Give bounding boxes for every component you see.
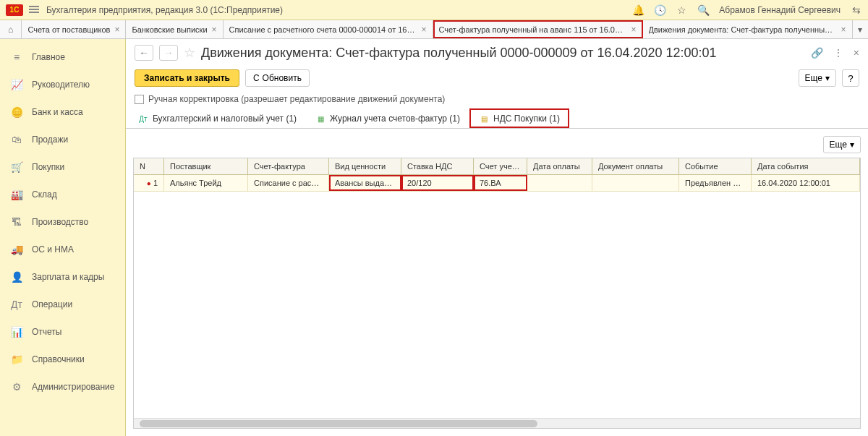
inner-tab-label: НДС Покупки (1) (493, 114, 560, 124)
forward-button[interactable]: → (159, 45, 178, 61)
cell-event: Предъявлен Н... (679, 175, 752, 191)
menu-hamburger-icon[interactable] (29, 4, 41, 16)
more-button[interactable]: Еще▾ (799, 69, 836, 87)
sidebar-item-salary[interactable]: 👤Зарплата и кадры (0, 263, 125, 291)
sidebar-item-label: Производство (32, 217, 88, 227)
sidebar-item-operations[interactable]: ДтОперации (0, 291, 125, 318)
sidebar-item-main[interactable]: ≡Главное (0, 43, 125, 71)
star-icon[interactable]: ☆ (676, 4, 687, 16)
th-paydoc[interactable]: Документ оплаты (592, 158, 679, 174)
cell-paydoc (592, 175, 679, 191)
crane-icon: 🏗 (10, 215, 23, 228)
th-valtype[interactable]: Вид ценности (329, 158, 401, 174)
sidebar-item-sales[interactable]: 🛍Продажи (0, 126, 125, 153)
refresh-icon: С (253, 73, 260, 83)
close-icon[interactable]: × (854, 47, 859, 59)
th-vat[interactable]: Ставка НДС (401, 158, 474, 174)
link-icon[interactable]: 🔗 (811, 47, 823, 59)
inner-tab-accounting[interactable]: ДтБухгалтерский и налоговый учет (1) (129, 108, 306, 128)
close-icon[interactable]: × (212, 25, 217, 35)
tab-content: Еще▾ N Поставщик Счет-фактура Вид ценнос… (126, 129, 868, 436)
close-icon[interactable]: × (841, 25, 846, 35)
th-supplier[interactable]: Поставщик (164, 158, 248, 174)
search-icon[interactable]: 🔍 (697, 4, 709, 16)
sidebar-item-directories[interactable]: 📁Справочники (0, 346, 125, 373)
tab-writeoff[interactable]: Списание с расчетного счета 0000-000014 … (224, 20, 433, 38)
cell-invoice: Списание с расче... (248, 175, 329, 191)
dt-icon: Дт (10, 298, 23, 311)
sidebar-item-label: Склад (32, 189, 57, 200)
cell-n: ● 1 (134, 175, 164, 191)
titlebar-actions: 🔔 🕓 ☆ 🔍 Абрамов Геннадий Сергеевич ⇆ (632, 4, 862, 16)
close-icon[interactable]: × (114, 25, 119, 35)
table-icon: ▦ (315, 114, 326, 124)
save-close-button[interactable]: Записать и закрыть (135, 69, 239, 87)
cell-account: 76.ВА (474, 175, 527, 191)
cell-paydate (527, 175, 592, 191)
cart-icon: 🛒 (10, 161, 23, 174)
tab-suppliers[interactable]: Счета от поставщиков × (22, 20, 126, 38)
table-header: N Поставщик Счет-фактура Вид ценности Ст… (134, 158, 860, 175)
bag-icon: 🛍 (10, 133, 23, 146)
sidebar-item-bank[interactable]: 🪙Банк и касса (0, 98, 125, 126)
manual-correction-checkbox[interactable] (135, 95, 144, 104)
th-account[interactable]: Счет учет... (474, 158, 527, 174)
favorite-button[interactable]: ☆ (184, 45, 195, 61)
tab-label: Движения документа: Счет-фактура получен… (649, 25, 837, 34)
inner-tab-label: Бухгалтерский и налоговый учет (1) (153, 114, 297, 124)
sidebar-item-manager[interactable]: 📈Руководителю (0, 71, 125, 98)
tabs-dropdown[interactable]: ▾ (853, 20, 868, 38)
user-name[interactable]: Абрамов Геннадий Сергеевич (719, 5, 841, 15)
sidebar-item-production[interactable]: 🏗Производство (0, 208, 125, 236)
horizontal-scrollbar[interactable] (134, 418, 860, 428)
sidebar-item-label: Банк и касса (32, 107, 83, 117)
back-button[interactable]: ← (135, 45, 153, 61)
sidebar-item-label: Главное (32, 52, 65, 62)
sidebar-item-warehouse[interactable]: 🏭Склад (0, 181, 125, 208)
th-paydate[interactable]: Дата оплаты (527, 158, 592, 174)
tab-label: Банковские выписки (132, 25, 207, 34)
more-label: Еще (830, 140, 847, 150)
content-actions: Еще▾ (133, 136, 861, 153)
collapse-icon[interactable]: ⇆ (851, 4, 862, 16)
help-button[interactable]: ? (842, 69, 859, 87)
tab-bank-statements[interactable]: Банковские выписки × (126, 20, 223, 38)
inner-tab-vat-purchases[interactable]: ▤НДС Покупки (1) (469, 108, 569, 128)
close-icon[interactable]: × (631, 25, 637, 35)
table-more-button[interactable]: Еще▾ (823, 136, 861, 153)
sidebar-item-purchases[interactable]: 🛒Покупки (0, 153, 125, 181)
th-n[interactable]: N (134, 158, 164, 174)
vat-table: N Поставщик Счет-фактура Вид ценности Ст… (133, 158, 861, 429)
titlebar: 1C Бухгалтерия предприятия, редакция 3.0… (0, 0, 868, 20)
th-event[interactable]: Событие (679, 158, 752, 174)
sidebar-item-label: ОС и НМА (32, 244, 74, 255)
cell-vat: 20/120 (401, 175, 474, 191)
history-icon[interactable]: 🕓 (654, 4, 665, 16)
tab-invoice-advance[interactable]: Счет-фактура полученный на аванс 115 от … (433, 20, 643, 38)
th-invoice[interactable]: Счет-фактура (248, 158, 329, 174)
sidebar-item-label: Справочники (32, 354, 85, 364)
home-tab[interactable]: ⌂ (0, 20, 22, 38)
inner-tab-journal[interactable]: ▦Журнал учета счетов-фактур (1) (306, 108, 469, 128)
sidebar-item-admin[interactable]: ⚙Администрирование (0, 373, 125, 401)
sidebar-item-assets[interactable]: 🚚ОС и НМА (0, 236, 125, 263)
main-area: ← → ☆ Движения документа: Счет-фактура п… (126, 39, 868, 436)
tab-document-movements[interactable]: Движения документа: Счет-фактура получен… (643, 20, 853, 38)
cell-supplier: Альянс Трейд (164, 175, 248, 191)
refresh-button[interactable]: СОбновить (245, 69, 310, 87)
close-icon[interactable]: × (422, 25, 427, 35)
table-row[interactable]: ● 1 Альянс Трейд Списание с расче... Ава… (134, 175, 860, 192)
person-icon: 👤 (10, 270, 23, 283)
sheet-icon: ▤ (479, 114, 489, 124)
bell-icon[interactable]: 🔔 (632, 4, 644, 16)
th-eventdate[interactable]: Дата события (752, 158, 860, 174)
more-icon[interactable]: ⋮ (833, 47, 843, 59)
list-icon: ≡ (10, 51, 23, 64)
sidebar-item-reports[interactable]: 📊Отчеты (0, 318, 125, 346)
inner-tabs: ДтБухгалтерский и налоговый учет (1) ▦Жу… (126, 108, 868, 129)
sidebar-item-label: Отчеты (32, 327, 61, 337)
scrollbar-thumb[interactable] (140, 420, 537, 427)
refresh-label: Обновить (263, 73, 302, 83)
page-header: ← → ☆ Движения документа: Счет-фактура п… (126, 39, 868, 67)
tab-label: Счет-фактура полученный на аванс 115 от … (439, 25, 627, 34)
